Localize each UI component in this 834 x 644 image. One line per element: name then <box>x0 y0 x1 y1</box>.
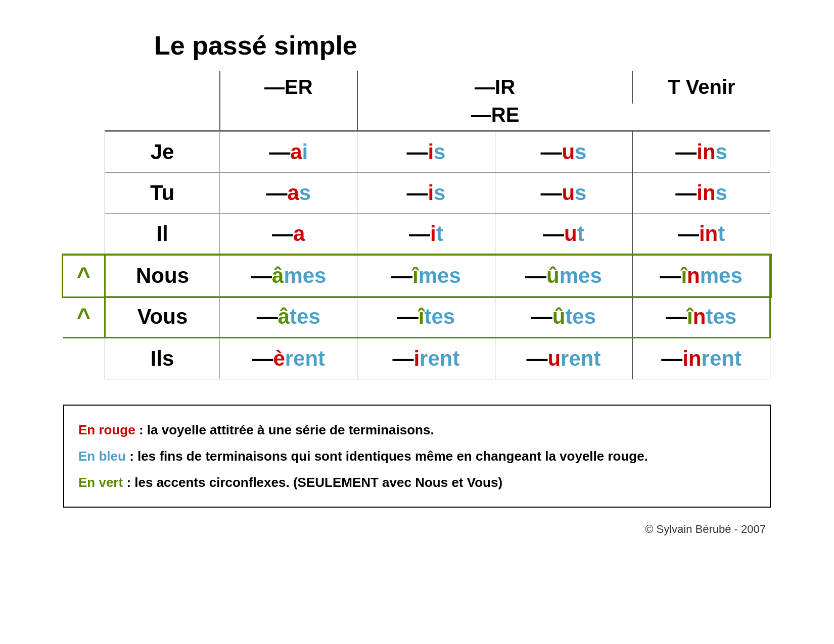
ils-ir: —irent <box>357 338 495 379</box>
nous-venir-accent: î <box>681 264 687 287</box>
il-re-vowel: u <box>564 222 577 245</box>
h-pronoun <box>105 71 219 104</box>
vous-ir-accent: î <box>419 305 425 328</box>
tu-ir: —is <box>357 173 495 214</box>
pronoun-vous: Vous <box>105 296 219 338</box>
legend-vert-label: En vert <box>78 475 123 490</box>
nous-re: —ûmes <box>495 255 632 296</box>
legend-bleu-text: : les fins de terminaisons qui sont iden… <box>126 449 648 464</box>
pronoun-tu: Tu <box>105 173 219 214</box>
tu-ir-vowel: i <box>428 181 434 205</box>
nous-ir-accent: î <box>412 264 419 287</box>
je-re: —us <box>495 132 632 173</box>
je-venir-vowel: in <box>697 140 715 164</box>
row-il: Il —a —it —ut —int <box>63 214 770 255</box>
pronoun-il: Il <box>105 214 219 255</box>
h-t: T <box>668 76 680 98</box>
hb-c1 <box>63 104 105 131</box>
je-re-end: s <box>575 140 586 164</box>
ils-venir: —inrent <box>632 338 770 379</box>
pronoun-nous: Nous <box>105 255 219 296</box>
hb-re: —RE <box>357 104 632 131</box>
hb-c2 <box>105 104 219 131</box>
il-re-end: t <box>577 222 584 245</box>
nous-venir-n: n <box>687 264 700 287</box>
hb-ven <box>632 104 770 131</box>
ils-er-vowel: è <box>273 346 285 370</box>
tu-venir-end: s <box>716 181 727 205</box>
vous-venir: —întes <box>632 296 770 338</box>
il-ir-end: t <box>436 222 443 245</box>
h-ir: —IR <box>357 71 632 104</box>
vous-re-end: tes <box>565 305 596 328</box>
tu-ir-end: s <box>434 181 445 205</box>
il-re: —ut <box>495 214 632 255</box>
je-ir-end: s <box>434 140 445 164</box>
legend-rouge: En rouge : la voyelle attitrée à une sér… <box>78 417 756 443</box>
vous-venir-accent: î <box>687 305 693 328</box>
legend-box: En rouge : la voyelle attitrée à une sér… <box>63 405 771 508</box>
header-row-top: —ER —IR T Venir <box>63 71 770 104</box>
legend-vert-text: : les accents circonflexes. (SEULEMENT a… <box>123 475 502 490</box>
tu-er-end: s <box>299 181 311 205</box>
nous-venir-end: mes <box>700 264 743 287</box>
header-row-bot: —RE <box>63 104 770 131</box>
il-ir: —it <box>357 214 495 255</box>
h-caret <box>63 71 105 104</box>
nous-venir: —înmes <box>632 255 770 296</box>
ils-ir-end: rent <box>420 346 459 370</box>
vous-er-accent: â <box>278 305 290 328</box>
legend-bleu: En bleu : les fins de terminaisons qui s… <box>78 443 756 469</box>
tu-er: —as <box>220 173 357 214</box>
legend-rouge-text: : la voyelle attitrée à une série de ter… <box>135 422 434 437</box>
legend-rouge-label: En rouge <box>78 422 135 437</box>
ils-re-vowel: u <box>547 346 561 370</box>
page-container: Le passé simple —ER —IR T Venir —RE <box>63 30 771 536</box>
nous-ir-end: mes <box>419 264 461 287</box>
ils-re: —urent <box>495 338 632 379</box>
conjugation-table: —ER —IR T Venir —RE Je —ai —is —us <box>63 71 771 379</box>
tu-re: —us <box>495 173 632 214</box>
legend-vert: En vert : les accents circonflexes. (SEU… <box>78 469 756 496</box>
nous-re-end: mes <box>560 264 602 287</box>
je-ir-vowel: i <box>428 140 434 164</box>
tu-er-vowel: a <box>287 181 299 205</box>
nous-er: —âmes <box>220 255 357 296</box>
je-er-end: i <box>302 140 308 164</box>
row-nous: ^ Nous —âmes —îmes —ûmes —înmes <box>63 255 770 296</box>
ils-re-end: rent <box>561 346 600 370</box>
ils-er: —èrent <box>220 338 357 379</box>
je-venir-end: s <box>716 140 727 164</box>
vous-er: —âtes <box>220 296 357 338</box>
caret-vous: ^ <box>63 296 105 338</box>
il-er: —a <box>220 214 357 255</box>
il-ir-vowel: i <box>430 222 436 245</box>
vous-re-accent: û <box>552 305 566 328</box>
caret-il <box>63 214 105 255</box>
copyright: © Sylvain Bérubé - 2007 <box>63 523 771 536</box>
page-title: Le passé simple <box>154 30 771 61</box>
row-ils: Ils —èrent —irent —urent —inrent <box>63 338 770 379</box>
legend-bleu-label: En bleu <box>78 449 126 464</box>
caret-nous: ^ <box>63 255 105 296</box>
vous-er-end: tes <box>290 305 320 328</box>
vous-ir-end: tes <box>424 305 455 328</box>
ils-er-end: rent <box>285 346 325 370</box>
tu-re-vowel: u <box>562 181 575 205</box>
h-er: —ER <box>220 71 357 104</box>
je-re-vowel: u <box>562 140 575 164</box>
hb-er <box>220 104 357 131</box>
il-venir: —int <box>632 214 770 255</box>
je-er-vowel: a <box>290 140 302 164</box>
vous-ir: —îtes <box>357 296 495 338</box>
il-venir-blue-end: t <box>718 222 725 245</box>
row-vous: ^ Vous —âtes —îtes —ûtes —întes <box>63 296 770 338</box>
il-er-vowel: a <box>293 222 305 245</box>
nous-re-accent: û <box>546 264 560 287</box>
il-venir-vowel: in <box>699 222 718 245</box>
je-er: —ai <box>220 132 357 173</box>
tu-venir: —ins <box>632 173 770 214</box>
nous-er-end: mes <box>284 264 326 287</box>
h-t-venir: T Venir <box>632 71 770 104</box>
nous-ir: —îmes <box>357 255 495 296</box>
